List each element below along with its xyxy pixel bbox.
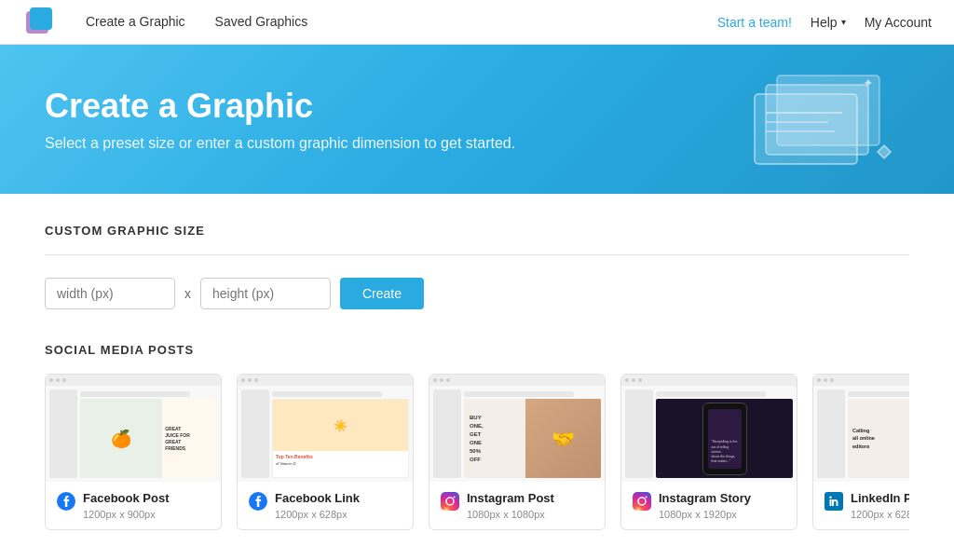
account-menu[interactable]: My Account (865, 15, 932, 30)
card-info-facebook-link: Facebook Link 1200px x 628px (238, 482, 413, 529)
card-title: Facebook Post (83, 491, 169, 507)
browser-dot (817, 378, 821, 382)
card-dims: 1200px x 628px (851, 509, 909, 520)
card-info-instagram-post: Instagram Post 1080px x 1080px (429, 482, 605, 529)
card-facebook-link[interactable]: ☀️ Top Ten Benefits of Vitamin D (237, 374, 414, 530)
cards-row: 🍊 GREATJUICE FORGREATFRIENDS (45, 374, 909, 530)
browser-dot (248, 378, 252, 382)
card-title: LinkedIn Post (851, 491, 909, 507)
card-text-facebook-link: Facebook Link 1200px x 628px (275, 491, 360, 520)
card-title: Facebook Link (275, 491, 360, 507)
card-info-linkedin-post: LinkedIn Post 1200px x 628px (813, 482, 909, 529)
svg-rect-1 (30, 7, 52, 30)
svg-rect-15 (633, 492, 651, 511)
browser-dot (830, 378, 834, 382)
card-preview-instagram-story: "Storytelling is theact of telling stori… (621, 375, 797, 482)
card-info-instagram-story: Instagram Story 1080px x 1920px (621, 482, 797, 529)
browser-chrome: BUYONE,GETONE50%OFF 🤝 (429, 375, 605, 482)
help-menu[interactable]: Help ▾ (811, 15, 846, 30)
card-preview-facebook-link: ☀️ Top Ten Benefits of Vitamin D (238, 375, 413, 482)
hero-title: Create a Graphic (45, 87, 515, 126)
card-preview-linkedin-post: Callingall onlineeditors 💻 (813, 375, 909, 482)
card-preview-facebook-post: 🍊 GREATJUICE FORGREATFRIENDS (46, 375, 221, 482)
navbar: Create a Graphic Saved Graphics Start a … (0, 0, 954, 45)
browser-dot (824, 378, 827, 382)
browser-dot (625, 378, 629, 382)
svg-text:✦: ✦ (863, 75, 874, 90)
browser-chrome: "Storytelling is theact of telling stori… (621, 375, 797, 482)
instagram-icon (633, 492, 651, 511)
card-preview-instagram-post: BUYONE,GETONE50%OFF 🤝 (429, 375, 605, 482)
browser-chrome: Callingall onlineeditors 💻 (813, 375, 909, 482)
divider (45, 254, 909, 255)
custom-size-label: CUSTOM GRAPHIC SIZE (45, 224, 909, 238)
hero-illustration: ✦ (749, 61, 898, 177)
custom-size-row: x Create (45, 278, 909, 309)
height-input[interactable] (200, 278, 331, 309)
svg-point-17 (646, 497, 647, 499)
card-dims: 1200px x 900px (83, 509, 169, 520)
nav-saved-graphics[interactable]: Saved Graphics (200, 0, 323, 45)
card-dims: 1200px x 628px (275, 509, 360, 520)
browser-dot (433, 378, 437, 382)
x-separator: x (184, 286, 191, 301)
navbar-right: Start a team! Help ▾ My Account (717, 15, 932, 30)
browser-dot (254, 378, 258, 382)
browser-dot (446, 378, 450, 382)
width-input[interactable] (45, 278, 175, 309)
browser-dot (632, 378, 635, 382)
card-facebook-post[interactable]: 🍊 GREATJUICE FORGREATFRIENDS (45, 374, 222, 530)
browser-dot (62, 378, 66, 382)
facebook-icon (249, 492, 267, 511)
social-media-label: SOCIAL MEDIA POSTS (45, 343, 909, 357)
main-content: CUSTOM GRAPHIC SIZE x Create SOCIAL MEDI… (0, 194, 954, 560)
browser-dot (56, 378, 60, 382)
logo[interactable] (22, 6, 56, 39)
browser-dot (241, 378, 245, 382)
card-text-facebook-post: Facebook Post 1200px x 900px (83, 491, 169, 520)
card-text-instagram-story: Instagram Story 1080px x 1920px (659, 491, 751, 520)
create-custom-button[interactable]: Create (340, 278, 424, 309)
card-title: Instagram Story (659, 491, 751, 507)
card-instagram-story[interactable]: "Storytelling is theact of telling stori… (620, 374, 797, 530)
card-text-linkedin-post: LinkedIn Post 1200px x 628px (851, 491, 909, 520)
card-info-facebook-post: Facebook Post 1200px x 900px (46, 482, 221, 529)
browser-chrome: 🍊 GREATJUICE FORGREATFRIENDS (46, 375, 221, 482)
card-text-instagram-post: Instagram Post 1080px x 1080px (467, 491, 554, 520)
card-linkedin-post[interactable]: Callingall onlineeditors 💻 (812, 374, 909, 530)
svg-rect-12 (441, 492, 459, 511)
linkedin-icon (825, 492, 843, 511)
svg-rect-4 (755, 94, 857, 164)
facebook-icon (57, 492, 75, 511)
card-instagram-post[interactable]: BUYONE,GETONE50%OFF 🤝 (429, 374, 606, 530)
nav-create-graphic[interactable]: Create a Graphic (71, 0, 200, 45)
card-dims: 1080px x 1920px (659, 509, 751, 520)
start-team-link[interactable]: Start a team! (717, 15, 792, 30)
browser-dot (638, 378, 642, 382)
card-dims: 1080px x 1080px (467, 509, 554, 520)
browser-chrome: ☀️ Top Ten Benefits of Vitamin D (238, 375, 413, 482)
browser-dot (49, 378, 53, 382)
social-media-section: SOCIAL MEDIA POSTS (45, 343, 909, 530)
svg-point-14 (454, 497, 456, 499)
nav-links: Create a Graphic Saved Graphics (71, 0, 322, 45)
hero-banner: Create a Graphic Select a preset size or… (0, 45, 954, 194)
instagram-icon (441, 492, 459, 511)
help-chevron-icon: ▾ (841, 17, 846, 27)
browser-dot (440, 378, 443, 382)
card-title: Instagram Post (467, 491, 554, 507)
custom-size-section: CUSTOM GRAPHIC SIZE x Create (45, 224, 909, 309)
svg-marker-8 (878, 145, 891, 158)
hero-subtitle: Select a preset size or enter a custom g… (45, 135, 515, 152)
